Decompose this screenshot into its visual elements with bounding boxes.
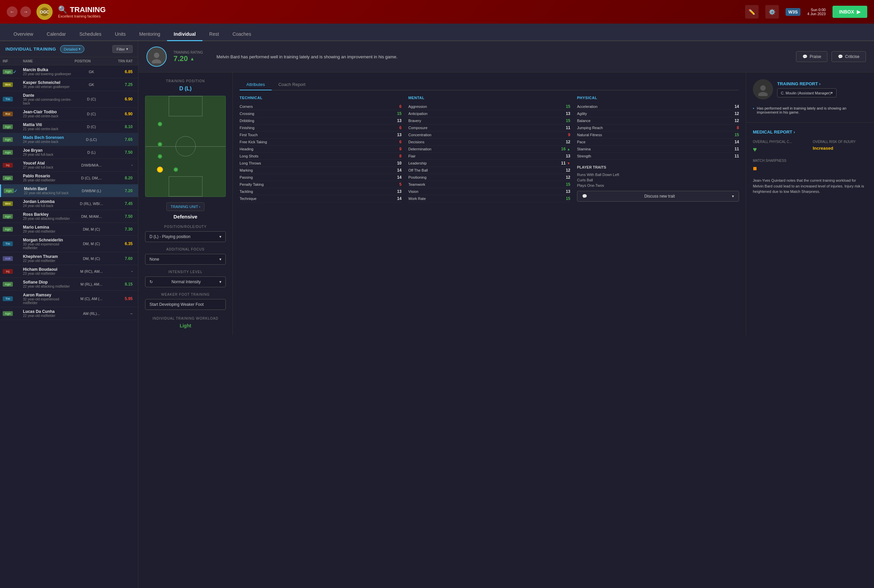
player-row[interactable]: Agn ✓ Marcin Bulka 23 year-old towering … [0,65,138,78]
tab-individual[interactable]: Individual [167,28,203,41]
player-row[interactable]: Agn Ross Barkley 29 year-old attacking m… [0,210,138,223]
tab-rest[interactable]: Rest [203,28,226,41]
tab-schedules[interactable]: Schedules [72,28,108,41]
chevron-down-icon: ▾ [79,47,81,51]
medical-report-title[interactable]: MEDICAL REPORT › [753,129,867,135]
technical-header: TECHNICAL [239,96,402,100]
coach-dropdown[interactable]: C. Moulin (Assistant Manager) ▾ [777,88,836,98]
position-role-dropdown[interactable]: D (L) - Playing position ▾ [145,231,226,242]
discuss-trait-button[interactable]: 💬 Discuss new trait ▾ [577,191,739,202]
player-info: Melvin Bard 22 year-old attacking full b… [24,186,75,195]
player-rating: 7.65 [108,137,135,142]
player-desc: 22 year-old attacking full back [24,191,75,195]
training-unit-button[interactable]: TRAINING UNIT › [166,202,205,211]
attr-row: Long Shots 8 [239,153,402,160]
filter-button[interactable]: Filter ▾ [112,45,132,53]
player-row[interactable]: Agn Mads Bech Sorensen 24 year-old centr… [0,133,138,146]
trait-item: Plays One-Twos [577,183,739,188]
status-badge: Inj [3,163,13,168]
main-layout: INDIVIDUAL TRAINING Detailed ▾ Filter ▾ … [0,41,874,588]
additional-focus-dropdown[interactable]: None ▾ [145,254,226,265]
player-row[interactable]: Wnt Jordan Lotomba 24 year-old full-back… [0,197,138,210]
player-row[interactable]: Tm Dante 39 year-old commanding centre-b… [0,91,138,108]
left-panel-header: INDIVIDUAL TRAINING Detailed ▾ Filter ▾ [0,41,138,57]
edit-button[interactable]: ✏️ [745,5,758,18]
player-position: DM, M (C) [75,227,108,231]
player-row[interactable]: Tm Aaron Ramsey 32 year-old experienced … [0,291,138,307]
attr-value: 13 [393,132,402,137]
player-row[interactable]: Inj Hicham Boudaoui 23 year-old midfield… [0,265,138,278]
arrow-up-icon: ▲ [567,147,570,151]
criticise-button[interactable]: 💬 Criticise [832,51,866,62]
forward-button[interactable]: → [20,6,31,17]
weaker-foot-dropdown[interactable]: Start Developing Weaker Foot [145,299,226,310]
attr-value: 10 [393,161,402,165]
attribute-columns: TECHNICAL Corners 6 Crossing 15 Dribblin… [239,96,739,202]
attr-row: Pace 14 [577,139,739,146]
tab-mentoring[interactable]: Mentoring [132,28,167,41]
player-name: Melvin Bard [24,186,75,191]
player-row[interactable]: Inj Youcef Atal 27 year-old full-back D/… [0,159,138,172]
intensity-level-dropdown[interactable]: ↻ Normal Intensity ▾ [145,276,226,287]
selected-player-dot [157,166,163,172]
player-rating: 7.50 [108,150,135,155]
content-grid: TRAINING POSITION D (L) TRAINING U [138,72,874,335]
attr-row: Work Rate 15 [408,195,570,202]
training-report-title[interactable]: TRAINING REPORT › [777,81,836,86]
player-row[interactable]: Ask Khephren Thuram 22 year-old midfield… [0,252,138,265]
player-row[interactable]: Wnt Kasper Schmeichel 36 year-old vetera… [0,78,138,91]
attr-name: Bravery [408,118,421,123]
page-title-block: 🔍 TRAINING Excellent training facilities [58,5,105,18]
player-row[interactable]: Agn Mario Lemina 29 year-old midfielder … [0,223,138,236]
attr-value: 14 [393,196,402,201]
player-traits-section: PLAYER TRAITS Runs With Ball Down LeftCu… [577,165,739,202]
attr-name: Composure [408,126,427,130]
attr-row: Corners 6 [239,103,402,110]
player-row[interactable]: Agn Joe Bryan 29 year-old full-back D (L… [0,146,138,159]
attr-name: First Touch [239,133,258,137]
attr-row: Anticipation 13 [408,110,570,117]
tab-attributes[interactable]: Attributes [239,79,272,90]
attr-value: 15 [562,182,570,187]
player-rating: – [108,311,135,316]
player-desc: 27 year-old full-back [23,165,75,169]
player-desc: 22 year-old midfielder [23,314,75,318]
player-row[interactable]: Agn ✓ Melvin Bard 22 year-old attacking … [0,184,138,197]
player-row[interactable]: Agn Lucas Da Cunha 22 year-old midfielde… [0,307,138,320]
tab-units[interactable]: Units [108,28,132,41]
speech-icon: 💬 [802,54,808,59]
player-row[interactable]: Agn Mattia Viti 21 year-old centre-back … [0,120,138,133]
training-report-section: TRAINING REPORT › C. Moulin (Assistant M… [746,72,874,123]
tab-calendar[interactable]: Calendar [40,28,72,41]
player-row[interactable]: Agn Sofiane Diop 22 year-old attacking m… [0,278,138,291]
player-row[interactable]: Rst Jean-Clair Todibo 23 year-old centre… [0,108,138,120]
praise-button[interactable]: 💬 Praise [796,51,827,62]
tab-coaches[interactable]: Coaches [226,28,258,41]
attr-value: 15 [562,118,570,123]
attr-row: Finishing 6 [239,124,402,132]
attr-name: Leadership [408,161,427,165]
attr-value: 13 [393,118,402,123]
settings-button[interactable]: ⚙️ [765,5,779,18]
player-row[interactable]: Tm Morgan Schneiderlin 33 year-old exper… [0,236,138,252]
attr-name: Balance [577,118,591,123]
attr-name: Vision [408,189,418,194]
arrow-down-icon: ▼ [567,162,570,165]
player-desc: 26 year-old midfielder [23,178,75,182]
player-position: GK [75,82,108,87]
tab-overview[interactable]: Overview [7,28,40,41]
rating-number: 7.20 [173,54,188,63]
svg-point-5 [758,92,768,96]
tab-coach-report[interactable]: Coach Report [272,79,312,90]
player-rating: 6.85 [108,69,135,74]
player-position: DM, M/AM... [75,214,108,219]
inbox-button[interactable]: INBOX ▶ [832,6,867,18]
player-row[interactable]: Agn Pablo Rosario 26 year-old midfielder… [0,172,138,184]
back-button[interactable]: ← [7,6,18,17]
detailed-button[interactable]: Detailed ▾ [60,45,84,53]
attr-row: Heading 9 [239,146,402,153]
player-name: Pablo Rosario [23,174,75,178]
player-rating: 8.10 [108,124,135,129]
training-rating-block: TRAINING RATING 7.20 ▲ [173,51,203,63]
attribute-tabs: Attributes Coach Report [239,79,739,90]
